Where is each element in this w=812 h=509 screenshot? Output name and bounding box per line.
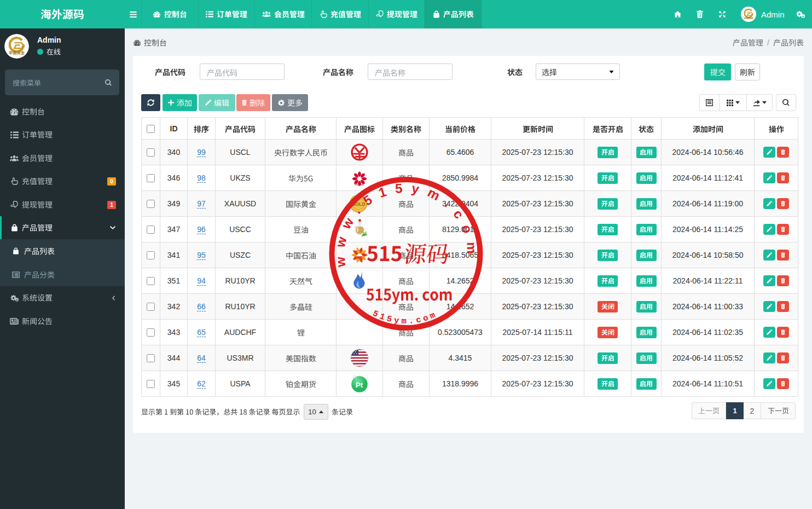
svg-text:TM: TM	[353, 376, 357, 379]
svg-text:Pt: Pt	[356, 381, 363, 389]
svg-text:www.515ym.com: www.515ym.com	[332, 180, 479, 268]
